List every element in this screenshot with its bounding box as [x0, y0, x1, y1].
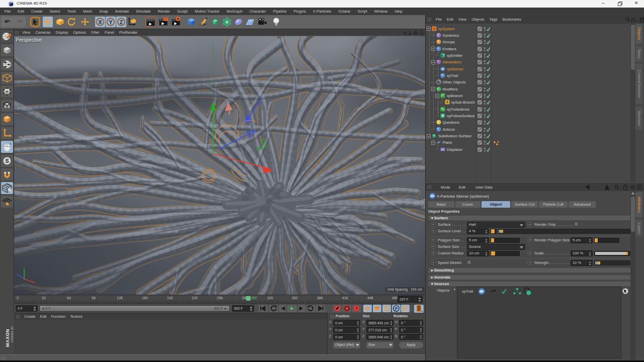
- svg-text:Y: Y: [109, 20, 113, 25]
- svg-text:?: ?: [355, 306, 358, 311]
- svg-text:S: S: [5, 158, 9, 164]
- svg-text:P: P: [395, 306, 398, 311]
- svg-text:X: X: [99, 20, 102, 25]
- svg-text:Z: Z: [120, 20, 123, 25]
